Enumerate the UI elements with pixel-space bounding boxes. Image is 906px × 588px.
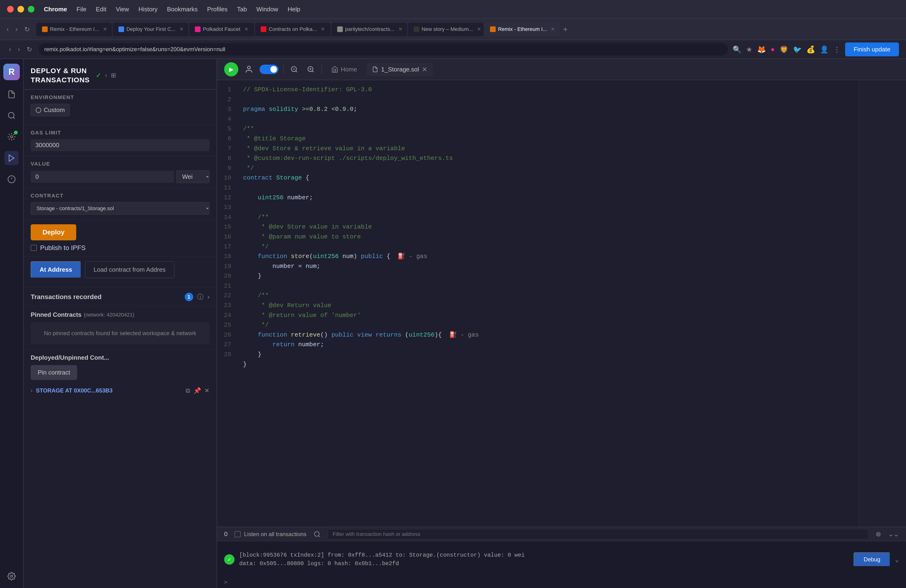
tab-remix-1[interactable]: Remix - Ethereum I... ✕ [36, 22, 112, 36]
tab-close-5[interactable]: ✕ [398, 26, 402, 32]
gas-limit-input[interactable] [31, 139, 209, 151]
tab-deploy[interactable]: Deploy Your First C... ✕ [113, 22, 188, 36]
delete-icon[interactable]: ✕ [204, 387, 209, 394]
new-tab-button[interactable]: + [561, 22, 570, 36]
plugin-active-dot [14, 131, 18, 134]
addr-forward[interactable]: › [16, 44, 22, 55]
main-layout: R [0, 59, 906, 588]
menu-profiles[interactable]: Profiles [207, 6, 228, 13]
back-button[interactable]: ‹ [5, 24, 11, 35]
tx-hash: hash: 0x0b1...be2fd [334, 560, 399, 567]
search-icon[interactable] [314, 531, 321, 538]
code-content[interactable]: // SPDX-License-Identifier: GPL-3.0 prag… [236, 80, 859, 527]
copy-icon[interactable]: ⧉ [186, 387, 190, 394]
pin-icon[interactable]: 📌 [193, 387, 201, 394]
chevron-down-icon[interactable]: ⌄ [895, 555, 899, 564]
listen-checkbox[interactable] [234, 531, 241, 537]
env-selector[interactable]: Custom [31, 104, 70, 116]
home-tab[interactable]: Home [327, 64, 362, 75]
network-toggle[interactable] [260, 65, 278, 74]
deploy-button[interactable]: Deploy [31, 224, 76, 241]
sidebar-item-deploy[interactable] [5, 151, 19, 165]
deployed-title: Deployed/Unpinned Cont... [31, 354, 209, 361]
load-contract-button[interactable]: Load contract from Addres [85, 261, 174, 278]
tab-close-6[interactable]: ✕ [477, 26, 481, 32]
menu-help[interactable]: Help [288, 6, 300, 13]
contract-select[interactable]: Storage - contracts/1_Storage.sol [31, 202, 209, 215]
sidebar-item-debug[interactable] [5, 172, 19, 186]
pin-contract-tooltip[interactable]: Pin contract [31, 365, 77, 380]
menu-bookmarks[interactable]: Bookmarks [167, 6, 198, 13]
sidebar-item-search[interactable] [5, 108, 19, 123]
menu-chrome[interactable]: Chrome [44, 6, 67, 13]
menu-window[interactable]: Window [256, 6, 278, 13]
svg-line-17 [318, 535, 319, 537]
at-address-section: At Address Load contract from Addres [24, 257, 217, 288]
separator-2 [321, 65, 322, 74]
tab-close-1[interactable]: ✕ [103, 26, 107, 32]
value-input[interactable] [31, 171, 174, 183]
menu-tab[interactable]: Tab [237, 6, 247, 13]
at-address-button[interactable]: At Address [31, 261, 81, 278]
expand-icon[interactable]: › [105, 72, 107, 79]
bookmark-icon[interactable]: ★ [746, 45, 753, 54]
tab-close-3[interactable]: ✕ [244, 26, 249, 32]
address-bar-row: ‹ › ↻ remix.polkadot.io/#lang=en&optimiz… [0, 40, 906, 59]
maximize-button[interactable] [28, 6, 34, 13]
tab-close-7[interactable]: ✕ [551, 26, 555, 32]
tab-medium[interactable]: New story – Medium... ✕ [408, 22, 483, 36]
zoom-out-icon[interactable] [288, 64, 300, 75]
publish-checkbox[interactable] [31, 245, 37, 251]
tab-remix-active[interactable]: Remix - Ethereum I... ✕ [484, 22, 560, 36]
polkadot-icon[interactable]: ● [770, 45, 775, 53]
url-bar[interactable]: remix.polkadot.io/#lang=en&optimize=fals… [39, 43, 728, 56]
layout-icon[interactable]: ⊞ [111, 72, 116, 79]
filter-input[interactable] [328, 529, 868, 539]
info-icon[interactable]: ⓘ [197, 292, 204, 301]
tab-faucet[interactable]: Polkadot Faucet ✕ [189, 22, 254, 36]
menu-view[interactable]: View [116, 6, 129, 13]
clear-filter-icon[interactable]: ⊗ [876, 530, 881, 538]
brave-icon[interactable]: 🦁 [780, 45, 788, 54]
menu-edit[interactable]: Edit [96, 6, 107, 13]
tab-close-2[interactable]: ✕ [179, 26, 183, 32]
file-tab[interactable]: 1_Storage.sol ✕ [367, 63, 433, 76]
sidebar-item-files[interactable] [5, 87, 19, 101]
wallet-icon[interactable]: 💰 [806, 45, 815, 54]
svg-point-16 [314, 531, 319, 536]
person-icon [243, 64, 255, 75]
sidebar-item-settings[interactable] [5, 569, 19, 583]
run-button[interactable]: ▶ [224, 62, 238, 76]
svg-point-7 [11, 575, 13, 577]
menu-file[interactable]: File [77, 6, 86, 13]
twitter-icon[interactable]: 🐦 [793, 45, 802, 54]
unit-select[interactable]: Wei Gwei Finney Ether [176, 170, 209, 183]
value-label: VALUE [31, 161, 209, 167]
metamask-icon[interactable]: 🦊 [757, 45, 766, 54]
menu-dots[interactable]: ⋮ [833, 45, 841, 54]
gas-section: GAS LIMIT [24, 125, 217, 156]
sidebar-item-plugin[interactable] [5, 130, 19, 144]
debug-button[interactable]: Debug [853, 552, 890, 567]
storage-arrow[interactable]: › [31, 387, 33, 394]
extensions-icon[interactable]: 🔍 [732, 45, 741, 54]
menu-history[interactable]: History [139, 6, 158, 13]
collapse-terminal-icon[interactable]: ⌄⌄ [888, 530, 899, 538]
transactions-chevron[interactable]: › [207, 293, 209, 301]
tab-close-4[interactable]: ✕ [321, 26, 325, 32]
close-button[interactable] [7, 6, 14, 13]
file-tab-close[interactable]: ✕ [422, 65, 427, 73]
reload-button[interactable]: ↻ [22, 24, 32, 35]
tab-parity[interactable]: paritytech/contracts... ✕ [332, 22, 407, 36]
zoom-in-icon[interactable] [305, 64, 317, 75]
titlebar: Chrome File Edit View History Bookmarks … [0, 0, 906, 19]
transactions-row[interactable]: Transactions recorded 1 ⓘ › [24, 288, 217, 306]
tab-contracts[interactable]: Contracts on Polka... ✕ [255, 22, 330, 36]
addr-back[interactable]: ‹ [7, 44, 13, 55]
finish-update-button[interactable]: Finish update [845, 43, 899, 56]
addr-reload[interactable]: ↻ [25, 44, 34, 55]
minimize-button[interactable] [18, 6, 24, 13]
panel-header: DEPLOY & RUN TRANSACTIONS ✓ › ⊞ [24, 59, 217, 89]
forward-button[interactable]: › [13, 24, 19, 35]
profile-icon[interactable]: 👤 [820, 45, 829, 54]
